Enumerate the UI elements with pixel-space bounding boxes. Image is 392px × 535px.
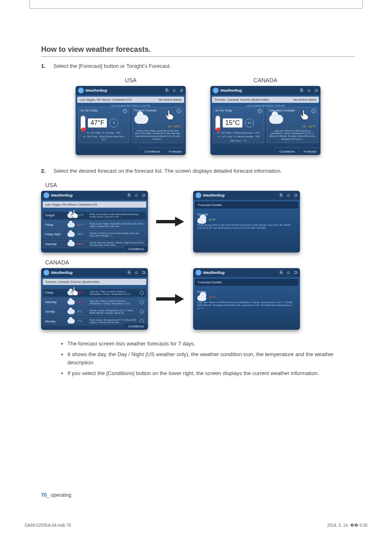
home-icon[interactable]: ⌂ xyxy=(135,192,138,198)
back-icon[interactable]: ⊃ xyxy=(180,88,183,93)
home-icon[interactable]: ⌂ xyxy=(307,88,310,93)
home-icon[interactable]: ⌂ xyxy=(135,270,138,275)
forecast-day: Friday Night xyxy=(45,233,65,236)
rain-cloud-icon xyxy=(269,115,283,124)
chevron-right-icon[interactable]: › xyxy=(140,300,144,304)
conditions-tab[interactable]: Conditions xyxy=(124,322,148,330)
weather-icon xyxy=(67,300,75,305)
back-icon[interactable]: ⊃ xyxy=(142,192,145,198)
usa-stats1: Hi : 56°F Rain : 0" Humidity : 24% xyxy=(81,132,127,134)
canada-panel1-title: So Far Today xyxy=(215,109,233,113)
usa-hi: Hi : 62°F xyxy=(134,125,181,128)
forecast-row[interactable]: Friday12°CLight rain. There is a 60% cha… xyxy=(43,289,146,297)
forecast-row[interactable]: Sunday8°CDrizzle. Cloudy. Temperature of… xyxy=(43,308,146,316)
forecast-temp: 7°C xyxy=(77,320,87,323)
usa-detail-text: Partly cloudy early in the evening then … xyxy=(197,224,296,230)
touch-hand-icon xyxy=(70,286,80,296)
forecast-row[interactable]: Friday Night45°FCloudy. A chance of rain… xyxy=(43,230,146,239)
usa-forecast-list-device: WeatherBug ⎘⌂⊃ Las Vegas, NV Arturo Camb… xyxy=(41,191,148,252)
forecast-day: Tonight xyxy=(45,214,65,217)
conditions-tab[interactable]: Conditions xyxy=(140,148,164,155)
forecast-tab[interactable]: Forecast xyxy=(299,148,321,155)
bullet-3: If you select the [Conditions] button on… xyxy=(67,369,355,378)
forecast-day: Friday xyxy=(45,223,65,226)
back-icon[interactable]: ⊃ xyxy=(314,88,318,93)
forecast-day: Saturday xyxy=(45,301,65,303)
arrow-icon xyxy=(156,295,185,303)
page-footer: 70_ operating xyxy=(41,492,71,498)
bookmark-icon[interactable]: ⎘ xyxy=(128,270,131,275)
usa-stats2: Lo : 36°F Gust : WSW 23mph Dew Point : 1… xyxy=(81,135,127,141)
canada-forecast-detail-device: WeatherBug ⎘⌂⊃ Forecast Details Friday 1… xyxy=(193,268,300,330)
forecast-desc: Light rain. There is a 60% chance of pre… xyxy=(90,290,137,295)
forecast-desc: Partly sunny. Highs around 56 on the wes… xyxy=(90,222,144,227)
back-icon[interactable]: ⊃ xyxy=(294,270,297,275)
conditions-tab[interactable]: Conditions xyxy=(275,148,299,155)
forecast-desc: Partly cloudy early in the evening then … xyxy=(90,213,144,218)
usa-list-location[interactable]: Las Vegas, NV Arturo Cambeiro ES xyxy=(45,203,97,206)
forecast-tab[interactable]: Forecast xyxy=(164,148,186,155)
forecast-temp: 8°C xyxy=(77,310,87,313)
home-icon[interactable]: ⌂ xyxy=(173,88,175,93)
usa-label: USA xyxy=(76,77,186,83)
back-icon[interactable]: ⊃ xyxy=(142,270,145,275)
bookmark-icon[interactable]: ⎘ xyxy=(280,192,283,198)
info-icon[interactable]: ? xyxy=(258,109,262,113)
chevron-right-icon[interactable]: › xyxy=(140,291,144,295)
canada-forecast-list-device: WeatherBug ⎘⌂⊃ Toronto, Canada Toronto (… xyxy=(41,268,148,330)
forecast-row[interactable]: Friday62°FPartly sunny. Highs around 56 … xyxy=(43,221,146,229)
step-2-text: Select the desired forecast on the forec… xyxy=(53,167,282,175)
weatherbug-logo-icon xyxy=(196,192,201,198)
usa-panel1-title: So Far Today xyxy=(81,109,98,113)
cloud-icon xyxy=(134,115,148,124)
weatherbug-logo-icon xyxy=(78,88,84,93)
canada-alerts: No Active Alerts xyxy=(293,98,316,102)
canada-list-location[interactable]: Toronto, Canada Toronto (Buttonville) xyxy=(45,280,99,284)
canada-desc: Light rain. There is a 60% chance of pre… xyxy=(269,130,316,140)
usa-sublabel: USA xyxy=(45,182,355,188)
forecast-temp: 45°F xyxy=(77,233,87,236)
go-icon[interactable]: › xyxy=(177,109,181,113)
brand-text: WeatherBug xyxy=(220,88,242,93)
canada-label: CANADA xyxy=(210,77,321,83)
weatherbug-logo-icon xyxy=(213,88,219,93)
usa-location[interactable]: Las Vegas, NV Arturo Cambeiro ES xyxy=(80,98,131,102)
forecast-temp: 13°C xyxy=(77,301,87,303)
canada-detail-title: Forecast Details xyxy=(195,279,298,286)
canada-stats1: Hi : 18°C Rain : 0.00mm Heat Index : 15°… xyxy=(215,132,262,134)
brand-text: WeatherBug xyxy=(85,88,107,93)
weatherbug-logo-icon xyxy=(196,270,201,276)
bookmark-icon[interactable]: ⎘ xyxy=(166,88,168,93)
brand-text: WeatherBug xyxy=(51,271,73,275)
bookmark-icon[interactable]: ⎘ xyxy=(280,270,283,275)
canada-device-today: WeatherBug ⎘ ⌂ ⊃ Toronto, Canada Toronto… xyxy=(210,86,321,155)
go-icon[interactable]: › xyxy=(311,109,316,113)
section-heading: How to view weather forecasts. xyxy=(41,45,355,57)
forecast-desc: Light rain. There is a 60% chance of pre… xyxy=(90,300,137,305)
forecast-desc: Cloudy. A chance of rain in the evening.… xyxy=(90,232,144,237)
back-icon[interactable]: ⊃ xyxy=(294,192,297,198)
weatherbug-logo-icon xyxy=(44,270,49,276)
touch-hand-icon xyxy=(164,109,175,120)
forecast-row[interactable]: Tonight47°FPartly cloudy early in the ev… xyxy=(43,211,146,220)
home-icon[interactable]: ⌂ xyxy=(287,270,290,275)
canada-location[interactable]: Toronto, Canada Toronto (Buttonville) xyxy=(214,98,269,102)
info-icon[interactable]: ? xyxy=(123,109,127,113)
conditions-tab[interactable]: Conditions xyxy=(124,245,148,252)
brand-text: WeatherBug xyxy=(203,193,225,197)
doc-footer-right: 2014. 5. 14. �� 9:39 xyxy=(327,523,367,528)
weatherbug-logo-icon xyxy=(44,192,49,198)
usa-alerts: No Active Alerts xyxy=(159,98,182,102)
home-icon[interactable]: ⌂ xyxy=(287,192,290,198)
chevron-right-icon[interactable]: › xyxy=(140,310,144,314)
step-2: 2. Select the desired forecast on the fo… xyxy=(41,167,355,175)
doc-footer-left: DA68-02935A-04.indb 70 xyxy=(25,523,71,528)
bookmark-icon[interactable]: ⎘ xyxy=(300,88,303,93)
bookmark-icon[interactable]: ⎘ xyxy=(128,192,131,198)
forecast-row[interactable]: Saturday13°CLight rain. There is a 60% c… xyxy=(43,298,146,306)
touch-hand-icon xyxy=(299,109,310,120)
usa-temp: 47°F xyxy=(88,118,107,127)
weather-icon xyxy=(67,309,75,314)
touch-hand-icon xyxy=(70,209,80,219)
brand-text: WeatherBug xyxy=(51,193,73,197)
